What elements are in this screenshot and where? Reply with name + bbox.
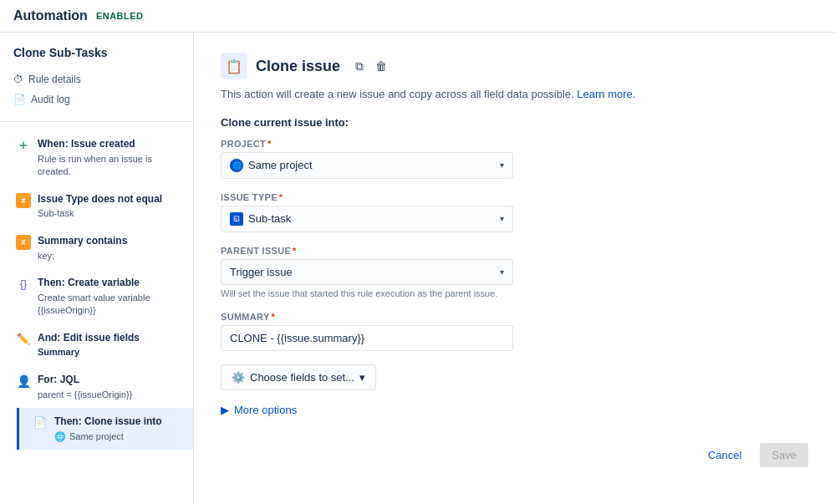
step-trigger-title: When: Issue created [38, 137, 180, 151]
sidebar-item-audit-log[interactable]: 📄 Audit log [13, 89, 180, 109]
subtask-icon: ◱ [230, 212, 243, 226]
step-condition-1-subtitle: Sub-task [38, 207, 162, 220]
enabled-badge: ENABLED [96, 11, 144, 21]
step-clone-subtitle: 🌐 Same project [54, 430, 162, 443]
step-trigger-header: + When: Issue created Rule is run when a… [16, 137, 180, 179]
step-condition-2-title: Summary contains [38, 234, 127, 248]
more-options[interactable]: ▶ More options [221, 404, 808, 416]
step-condition-2-header: ≠ Summary contains key: [16, 234, 180, 262]
more-options-label: More options [234, 404, 297, 416]
panel-icon: 📋 [221, 53, 247, 79]
parent-issue-field-group: Parent issue* Trigger issue ▾ Will set t… [221, 246, 808, 298]
condition-1-icon: ≠ [16, 193, 31, 208]
parent-issue-label: Parent issue* [221, 246, 808, 256]
panel-actions: ⧉ 🗑 [352, 58, 390, 75]
step-clone-issue[interactable]: 📄 Then: Clone issue into 🌐 Same project [17, 408, 193, 450]
description: This action will create a new issue and … [221, 86, 808, 103]
step-jql-title: For: JQL [38, 373, 132, 387]
parent-issue-hint: Will set the issue that started this rul… [221, 288, 808, 298]
step-jql-subtitle: parent = {{issueOrigin}} [38, 389, 132, 401]
step-variable-content: Then: Create variable Create smart value… [38, 276, 180, 318]
choose-fields-arrow: ▾ [359, 371, 365, 384]
project-value: Same project [248, 159, 495, 171]
step-edit-subtitle: Summary [38, 346, 140, 359]
clone-icon: 📄 [33, 415, 48, 430]
page-header: Automation ENABLED [0, 0, 835, 33]
rule-details-label: Rule details [28, 74, 81, 85]
right-panel: 📋 Clone issue ⧉ 🗑 This action will creat… [194, 33, 835, 504]
step-variable-header: {} Then: Create variable Create smart va… [16, 276, 180, 318]
step-trigger[interactable]: + When: Issue created Rule is run when a… [0, 130, 193, 186]
choose-fields-button[interactable]: ⚙️ Choose fields to set... ▾ [221, 364, 376, 390]
project-field-group: Project* 🌐 Same project ▾ [221, 139, 808, 179]
for-icon: 👤 [16, 374, 31, 389]
edit-icon: ✏️ [16, 332, 31, 347]
summary-label: Summary* [221, 312, 808, 322]
step-condition-1-header: ≠ Issue Type does not equal Sub-task [16, 192, 180, 221]
cancel-button[interactable]: Cancel [696, 443, 753, 467]
step-jql-content: For: JQL parent = {{issueOrigin}} [38, 373, 132, 401]
step-for-jql[interactable]: 👤 For: JQL parent = {{issueOrigin}} [0, 366, 193, 408]
variable-icon: {} [16, 277, 31, 292]
main-layout: Clone Sub-Tasks ⏱ Rule details 📄 Audit l… [0, 33, 835, 504]
step-condition-2-content: Summary contains key: [38, 234, 127, 262]
step-condition-2[interactable]: ≠ Summary contains key: [0, 227, 193, 269]
project-label: Project* [221, 139, 808, 149]
step-condition-2-subtitle: key: [38, 250, 127, 262]
issue-type-field-group: Issue type* ◱ Sub-task ▾ [221, 192, 808, 232]
step-clone-content: Then: Clone issue into 🌐 Same project [54, 415, 162, 443]
copy-button[interactable]: ⧉ [352, 58, 367, 75]
step-variable-title: Then: Create variable [38, 276, 180, 290]
document-icon: 📄 [13, 94, 26, 105]
trigger-icon: + [16, 138, 31, 153]
step-edit-title: And: Edit issue fields [38, 331, 140, 345]
issue-type-select[interactable]: ◱ Sub-task ▾ [221, 206, 513, 232]
step-clone-header: 📄 Then: Clone issue into 🌐 Same project [33, 415, 180, 443]
panel-title: Clone issue [256, 58, 340, 75]
form-actions: Cancel Save [221, 436, 808, 467]
chevron-right-icon: ▶ [221, 404, 229, 416]
sidebar-divider [0, 121, 193, 122]
audit-log-label: Audit log [31, 94, 70, 105]
gear-icon: ⚙️ [232, 371, 245, 384]
issue-type-dropdown-arrow: ▾ [500, 214, 504, 223]
project-select[interactable]: 🌐 Same project ▾ [221, 152, 513, 179]
parent-issue-dropdown-arrow: ▾ [500, 267, 504, 277]
delete-button[interactable]: 🗑 [372, 58, 390, 75]
step-clone-title: Then: Clone issue into [54, 415, 162, 429]
summary-input[interactable] [221, 325, 513, 351]
clone-into-label: Clone current issue into: [221, 116, 808, 129]
parent-issue-value: Trigger issue [230, 266, 495, 278]
sidebar: Clone Sub-Tasks ⏱ Rule details 📄 Audit l… [0, 33, 194, 504]
project-dropdown-arrow: ▾ [500, 160, 504, 170]
step-variable-subtitle: Create smart value variable {{issueOrigi… [38, 292, 180, 318]
issue-type-label: Issue type* [221, 192, 808, 202]
step-condition-1-title: Issue Type does not equal [38, 192, 162, 206]
sidebar-steps: + When: Issue created Rule is run when a… [0, 127, 193, 453]
step-trigger-subtitle: Rule is run when an issue is created. [38, 153, 180, 179]
step-edit-content: And: Edit issue fields Summary [38, 331, 140, 359]
issue-type-value: Sub-task [248, 212, 495, 225]
save-button[interactable]: Save [760, 443, 808, 467]
step-condition-1[interactable]: ≠ Issue Type does not equal Sub-task [0, 186, 193, 227]
parent-issue-select[interactable]: Trigger issue ▾ [221, 259, 513, 285]
sidebar-meta: ⏱ Rule details 📄 Audit log [0, 69, 193, 116]
world-icon: 🌐 [230, 159, 243, 172]
step-edit-header: ✏️ And: Edit issue fields Summary [16, 331, 180, 359]
step-edit-fields[interactable]: ✏️ And: Edit issue fields Summary [0, 324, 193, 366]
page-title: Automation [13, 8, 88, 23]
choose-fields-label: Choose fields to set... [250, 371, 354, 384]
step-trigger-content: When: Issue created Rule is run when an … [38, 137, 180, 179]
rule-name: Clone Sub-Tasks [0, 43, 193, 69]
step-jql-header: 👤 For: JQL parent = {{issueOrigin}} [16, 373, 180, 401]
panel-header: 📋 Clone issue ⧉ 🗑 [221, 53, 808, 79]
clock-icon: ⏱ [13, 74, 23, 85]
step-create-variable[interactable]: {} Then: Create variable Create smart va… [0, 269, 193, 324]
sidebar-item-rule-details[interactable]: ⏱ Rule details [13, 69, 180, 89]
summary-field-group: Summary* [221, 312, 808, 351]
condition-2-icon: ≠ [16, 235, 31, 250]
learn-more-link[interactable]: Learn more. [577, 88, 635, 100]
step-condition-1-content: Issue Type does not equal Sub-task [38, 192, 162, 221]
